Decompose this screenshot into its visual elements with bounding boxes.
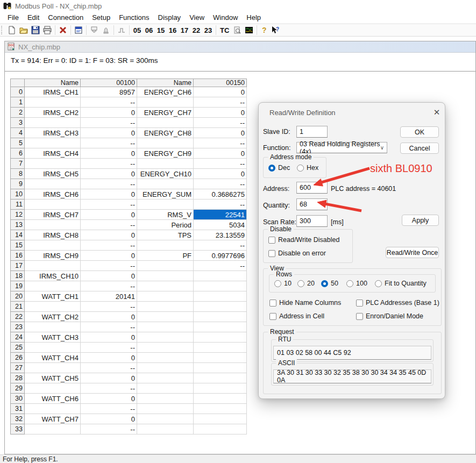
grid-cell[interactable]: -- (81, 138, 137, 148)
grid-cell[interactable]: -- (81, 281, 137, 291)
open-file-icon[interactable] (18, 25, 30, 35)
grid-cell[interactable] (194, 312, 247, 322)
grid-cell[interactable] (25, 302, 81, 312)
enron-daniel-mode-checkbox[interactable]: Enron/Daniel Mode (356, 312, 423, 320)
grid-cell[interactable] (25, 179, 81, 189)
grid-row-header[interactable]: 27 (11, 363, 25, 373)
grid-cell[interactable] (137, 138, 194, 148)
grid-cell[interactable]: PF (137, 251, 194, 261)
grid-cell[interactable] (194, 424, 247, 434)
cancel-button[interactable]: Cancel (400, 143, 439, 154)
grid-cell[interactable] (194, 414, 247, 424)
grid-cell[interactable]: 0 (81, 108, 137, 118)
grid-cell[interactable] (25, 322, 81, 332)
grid-cell[interactable]: -- (81, 322, 137, 332)
help-icon[interactable]: ? (259, 26, 269, 34)
grid-row-header[interactable]: 33 (11, 424, 25, 434)
ok-button[interactable]: OK (400, 126, 439, 138)
grid-cell[interactable]: 0.3686275 (194, 189, 247, 200)
grid-cell[interactable]: 0 (81, 148, 137, 159)
grid-cell[interactable] (137, 353, 194, 363)
grid-cell[interactable]: -- (81, 404, 137, 414)
grid-cell[interactable]: 20141 (81, 291, 137, 302)
grid-row-header[interactable]: 4 (11, 128, 25, 138)
grid-cell[interactable] (137, 179, 194, 189)
grid-row-header[interactable]: 23 (11, 322, 25, 332)
grid-row-header[interactable]: 26 (11, 353, 25, 363)
menu-window[interactable]: Window (209, 12, 242, 23)
grid-cell[interactable]: WATT_CH5 (25, 373, 81, 383)
function-15-button[interactable]: 15 (155, 26, 167, 34)
grid-cell[interactable]: 0 (81, 414, 137, 424)
menu-view[interactable]: View (185, 12, 209, 23)
rows-50-radio[interactable]: 50 (321, 280, 338, 287)
grid-cell[interactable]: 0 (81, 128, 137, 138)
grid-cell[interactable]: -- (81, 424, 137, 434)
apply-button[interactable]: Apply (402, 215, 439, 226)
grid-cell[interactable]: 0 (81, 312, 137, 322)
hide-name-columns-checkbox[interactable]: Hide Name Columns (269, 299, 341, 307)
disable-on-error-checkbox[interactable]: Disable on error (268, 250, 326, 257)
grid-cell[interactable] (137, 424, 194, 434)
function-17-button[interactable]: 17 (179, 26, 190, 34)
grid-cell[interactable]: ENERGY_CH7 (137, 108, 194, 118)
grid-cell[interactable]: -- (81, 363, 137, 373)
grid-cell[interactable]: IRMS_CH4 (25, 148, 81, 159)
rows-10-radio[interactable]: 10 (274, 280, 292, 287)
menu-display[interactable]: Display (154, 12, 186, 23)
grid-cell[interactable] (25, 261, 81, 271)
read-write-definition-icon[interactable] (73, 25, 84, 35)
grid-cell[interactable] (194, 394, 247, 404)
grid-cell[interactable]: WATT_CH4 (25, 353, 81, 363)
grid-cell[interactable]: IRMS_CH9 (25, 251, 81, 261)
log-view-icon[interactable] (231, 25, 243, 35)
function-select[interactable]: 03 Read Holding Registers (4x) ∨ (296, 142, 387, 153)
function-05-button[interactable]: 05 (131, 26, 143, 34)
grid-column-header[interactable]: 00100 (81, 79, 137, 87)
grid-cell[interactable]: -- (81, 179, 137, 189)
grid-cell[interactable] (194, 302, 247, 312)
context-help-icon[interactable]: ? (269, 25, 281, 35)
grid-cell[interactable] (194, 322, 247, 332)
grid-row-header[interactable]: 17 (11, 261, 25, 271)
grid-cell[interactable]: -- (81, 200, 137, 210)
grid-row-header[interactable]: 15 (11, 240, 25, 251)
grid-cell[interactable]: -- (194, 138, 247, 148)
address-in-cell-checkbox[interactable]: Address in Cell (269, 312, 324, 320)
grid-cell[interactable] (137, 118, 194, 128)
grid-cell[interactable] (137, 271, 194, 281)
grid-cell[interactable]: -- (194, 200, 247, 210)
poll-setup-icon[interactable] (88, 25, 100, 35)
grid-row-header[interactable]: 13 (11, 220, 25, 230)
grid-cell[interactable]: IRMS_CH1 (25, 87, 81, 97)
grid-cell[interactable] (194, 363, 247, 373)
grid-cell[interactable]: 0 (194, 108, 247, 118)
plc-addresses-checkbox[interactable]: PLC Addresses (Base 1) (356, 299, 439, 307)
grid-cell[interactable]: 0 (81, 169, 137, 179)
grid-row-header[interactable]: 31 (11, 404, 25, 414)
disconnect-icon[interactable] (57, 25, 69, 35)
grid-cell[interactable]: WATT_CH2 (25, 312, 81, 322)
address-input[interactable] (296, 182, 328, 194)
grid-cell[interactable]: -- (81, 220, 137, 230)
grid-cell[interactable] (137, 159, 194, 169)
hex-radio[interactable]: Hex (297, 164, 318, 172)
grid-row-header[interactable]: 29 (11, 383, 25, 394)
pulse-icon[interactable] (116, 25, 127, 35)
grid-cell[interactable]: WATT_CH3 (25, 332, 81, 343)
toolbar-grip[interactable] (1, 26, 4, 34)
menu-help[interactable]: Help (242, 12, 265, 23)
grid-cell[interactable]: -- (81, 240, 137, 251)
grid-cell[interactable] (137, 322, 194, 332)
grid-row-header[interactable]: 7 (11, 159, 25, 169)
grid-cell[interactable] (25, 97, 81, 108)
grid-cell[interactable]: 22541 (194, 210, 247, 220)
grid-row-header[interactable]: 12 (11, 210, 25, 220)
grid-cell[interactable] (25, 200, 81, 210)
traffic-icon[interactable] (243, 25, 255, 35)
grid-row-header[interactable]: 19 (11, 281, 25, 291)
grid-cell[interactable] (194, 383, 247, 394)
grid-cell[interactable]: 0 (81, 230, 137, 240)
grid-cell[interactable]: 0 (194, 169, 247, 179)
grid-cell[interactable]: 0.9977696 (194, 251, 247, 261)
